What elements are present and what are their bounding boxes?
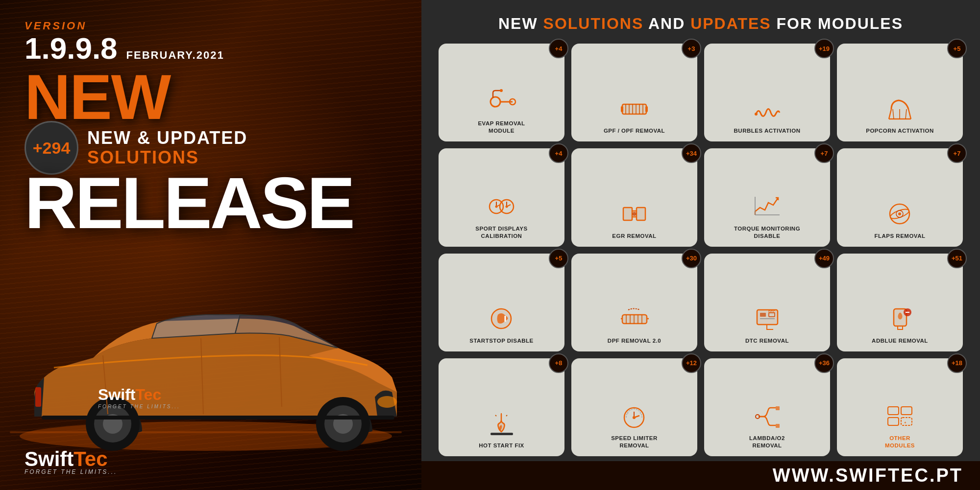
module-badge-dtc: +49 — [814, 249, 834, 268]
module-badge-evap: +4 — [549, 39, 568, 58]
module-card-gpf: +3GPF / OPF REMOVAL — [571, 44, 697, 141]
module-badge-other: +18 — [947, 353, 967, 373]
svg-point-30 — [506, 206, 508, 208]
module-icon-speedlimiter — [617, 401, 652, 431]
module-label-flaps: FLAPS REMOVAL — [874, 233, 925, 240]
svg-point-11 — [490, 97, 500, 107]
module-label-dtc: DTC REMOVAL — [745, 337, 789, 345]
module-icon-dpf — [617, 304, 652, 333]
svg-point-29 — [495, 206, 498, 208]
module-card-evap: +4EVAP REMOVALMODULE — [439, 44, 564, 141]
version-label: VERSION — [24, 20, 397, 32]
module-icon-dtc: DTC — [750, 304, 784, 333]
module-card-lambda: +36LAMBDA/O2REMOVAL — [704, 358, 830, 456]
title-solutions: SOLUTIONS — [543, 15, 644, 32]
release-heading: RELEASE — [24, 172, 397, 234]
module-card-other: +18+OTHERMODULES — [837, 358, 963, 456]
svg-rect-31 — [623, 208, 632, 220]
right-panel: NEW SOLUTIONS AND UPDATES FOR MODULES +4… — [421, 0, 980, 490]
version-number: 1.9.9.8 — [24, 33, 118, 64]
title-new: NEW — [498, 15, 543, 32]
svg-line-59 — [495, 415, 496, 416]
module-label-sport-displays: SPORT DISPLAYSCALIBRATION — [475, 225, 527, 240]
module-card-speedlimiter: +12SPEED LIMITERREMOVAL — [571, 358, 697, 456]
module-icon-egr — [617, 199, 652, 229]
module-card-sport-displays: +4SPORT DISPLAYSCALIBRATION — [439, 148, 564, 246]
svg-line-25 — [908, 109, 911, 119]
module-badge-egr: +34 — [682, 143, 701, 163]
module-label-evap: EVAP REMOVALMODULE — [478, 120, 525, 135]
title-formodules: FOR MODULES — [771, 15, 903, 32]
module-label-startstop: STARTSTOP DISABLE — [469, 337, 534, 345]
svg-rect-3 — [35, 387, 41, 407]
module-badge-gpf: +3 — [682, 39, 701, 58]
module-label-popcorn: POPCORN ACTIVATION — [866, 127, 933, 135]
module-label-gpf: GPF / OPF REMOVAL — [604, 127, 665, 135]
module-label-lambda: LAMBDA/O2REMOVAL — [749, 435, 785, 449]
module-label-speedlimiter: SPEED LIMITERREMOVAL — [611, 435, 658, 449]
module-badge-torque: +7 — [814, 143, 834, 163]
bottom-logo: SwiftTec FORGET THE LIMITS... — [24, 447, 117, 475]
page-wrapper: VERSION 1.9.9.8 FEBRUARY.2021 NEW +294 N… — [0, 0, 980, 490]
solutions-text: NEW & UPDATED SOLUTIONS — [87, 128, 247, 167]
svg-line-60 — [506, 415, 507, 416]
logo-tagline: FORGET THE LIMITS... — [24, 468, 117, 475]
module-label-torque: TORQUE MONITORINGDISABLE — [734, 225, 800, 240]
module-card-adblue: +51ADBLUE REMOVAL — [837, 254, 963, 351]
svg-point-2 — [377, 396, 397, 408]
module-icon-evap — [485, 87, 519, 116]
module-icon-hotstart — [485, 409, 519, 438]
svg-rect-21 — [621, 106, 623, 112]
module-badge-adblue: +51 — [947, 249, 967, 268]
left-content: VERSION 1.9.9.8 FEBRUARY.2021 NEW +294 N… — [0, 0, 421, 254]
module-badge-hotstart: +8 — [549, 353, 568, 373]
right-header: NEW SOLUTIONS AND UPDATES FOR MODULES — [439, 15, 963, 33]
module-card-egr: +34EGR REMOVAL — [571, 148, 697, 246]
svg-rect-67 — [776, 424, 780, 428]
module-label-hotstart: HOT START FIX — [479, 442, 524, 449]
car-swift-text: Swift — [98, 386, 135, 404]
module-icon-lambda — [750, 401, 784, 431]
svg-rect-22 — [645, 106, 648, 112]
svg-text:+: + — [904, 420, 906, 425]
svg-rect-10 — [42, 416, 394, 420]
svg-rect-32 — [637, 208, 645, 220]
module-label-dpf: DPF REMOVAL 2.0 — [608, 337, 661, 345]
module-badge-speedlimiter: +12 — [682, 353, 701, 373]
svg-rect-50 — [760, 313, 766, 317]
svg-line-24 — [889, 109, 891, 119]
module-label-burbles: BURBLES ACTIVATION — [734, 127, 801, 135]
module-badge-startstop: +5 — [549, 249, 568, 268]
module-card-hotstart: +8HOT START FIX — [439, 358, 564, 456]
svg-line-63 — [627, 413, 628, 414]
module-label-adblue: ADBLUE REMOVAL — [872, 337, 928, 345]
solutions-top: NEW & UPDATED — [87, 128, 247, 148]
svg-rect-69 — [901, 407, 912, 415]
module-badge-popcorn: +5 — [947, 39, 967, 58]
module-card-flaps: +7FLAPS REMOVAL — [837, 148, 963, 246]
svg-point-23 — [755, 113, 758, 116]
svg-point-13 — [500, 89, 503, 92]
new-heading: NEW — [24, 69, 397, 126]
module-icon-other: + — [883, 401, 917, 431]
module-card-torque: +7TORQUE MONITORINGDISABLE — [704, 148, 830, 246]
logo-swift: Swift — [24, 447, 74, 471]
car-tec-text: Tec — [135, 386, 161, 404]
module-card-startstop: +5STARTSTOP DISABLE — [439, 254, 564, 351]
svg-text:DTC: DTC — [768, 310, 775, 313]
version-date: FEBRUARY.2021 — [126, 49, 224, 62]
logo-tec: Tec — [74, 447, 107, 471]
title-and: AND — [643, 15, 690, 32]
svg-rect-70 — [888, 418, 899, 425]
module-card-popcorn: +5POPCORN ACTIVATION — [837, 44, 963, 141]
right-title: NEW SOLUTIONS AND UPDATES FOR MODULES — [439, 15, 963, 33]
module-card-dpf: +30DPF REMOVAL 2.0 — [571, 254, 697, 351]
svg-point-40 — [898, 212, 901, 215]
module-icon-burbles — [750, 94, 784, 123]
svg-rect-68 — [888, 407, 899, 415]
car-tagline: FORGET THE LIMITS... — [98, 404, 180, 409]
module-icon-popcorn — [883, 94, 917, 123]
module-badge-sport-displays: +4 — [549, 143, 568, 163]
website-url: WWW.SWIFTEC.PT — [773, 465, 963, 486]
module-label-egr: EGR REMOVAL — [612, 233, 656, 240]
